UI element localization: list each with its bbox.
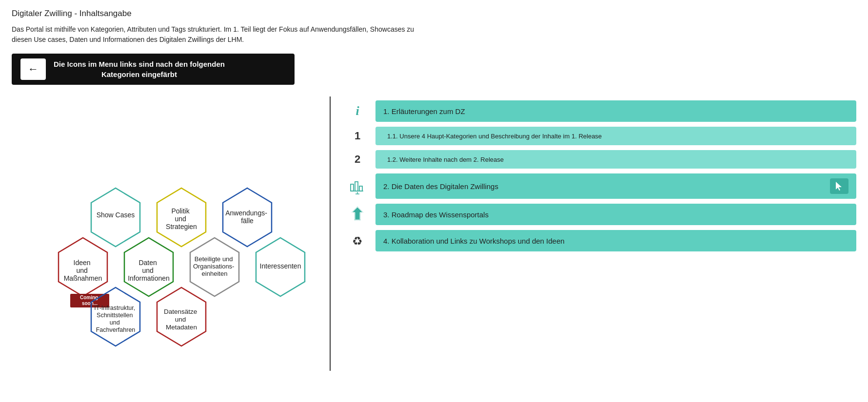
svg-rect-12: [359, 186, 362, 191]
section-divider: [330, 96, 331, 371]
svg-marker-17: [352, 207, 363, 220]
toc-label-2[interactable]: 2. Die Daten des Digitalen Zwillings: [375, 173, 856, 199]
svg-text:Beteiligte und
        Organis: Beteiligte und Organisations- einheiten: [193, 255, 236, 277]
svg-text:Anwendungs-
        fälle: Anwendungs- fälle: [225, 209, 269, 225]
back-arrow-box[interactable]: ←: [20, 58, 46, 80]
svg-text:Daten
        und
        Info: Daten und Informationen: [128, 259, 170, 282]
recycle-icon: ♻: [346, 232, 369, 249]
main-layout: Show Cases Politik und Strategien Anwend…: [12, 96, 856, 371]
toc-item-3[interactable]: 3. Roadmap des Wissensportals: [346, 204, 856, 225]
toc-label-4[interactable]: 4. Kollaboration und Links zu Workshops …: [375, 230, 856, 251]
svg-text:Show Cases: Show Cases: [97, 211, 135, 219]
toc-item-1-1[interactable]: 1 1.1. Unsere 4 Haupt-Kategorien und Bes…: [346, 127, 856, 145]
svg-text:IT-Infrastruktur,
        Schn: IT-Infrastruktur, Schnittstellen und Fac…: [94, 305, 137, 333]
hex-diagram: Show Cases Politik und Strategien Anwend…: [12, 96, 314, 369]
svg-marker-16: [836, 182, 842, 191]
road-icon: [346, 206, 369, 223]
hex-area: Show Cases Politik und Strategien Anwend…: [12, 96, 314, 371]
toc-label-1[interactable]: 1. Erläuterungen zum DZ: [375, 100, 856, 122]
toc-number-1-2: 2: [346, 153, 369, 166]
toc-number-1-1: 1: [346, 130, 369, 142]
toc-label-3[interactable]: 3. Roadmap des Wissensportals: [375, 204, 856, 225]
svg-text:♻: ♻: [352, 234, 363, 248]
page-title: Digitaler Zwilling - Inhaltsangabe: [12, 9, 856, 19]
toc-item-1-2[interactable]: 2 1.2. Weitere Inhalte nach dem 2. Relea…: [346, 150, 856, 169]
cursor-icon: [830, 178, 848, 194]
toc-item-2[interactable]: 2. Die Daten des Digitalen Zwillings: [346, 173, 856, 199]
back-arrow-icon: ←: [28, 63, 39, 76]
toc-label-1-2[interactable]: 1.2. Weitere Inhalte nach dem 2. Release: [375, 150, 856, 169]
svg-text:Datensätze
        und
       : Datensätze und Metadaten: [164, 308, 199, 331]
toc-item-4[interactable]: ♻ 4. Kollaboration und Links zu Workshop…: [346, 230, 856, 251]
toc-item-1[interactable]: i 1. Erläuterungen zum DZ: [346, 100, 856, 122]
svg-rect-11: [355, 182, 358, 191]
svg-text:Politik
        und
        St: Politik und Strategien: [166, 207, 197, 230]
svg-rect-10: [351, 184, 354, 191]
toc-label-1-1[interactable]: 1.1. Unsere 4 Haupt-Kategorien und Besch…: [375, 127, 856, 145]
svg-text:Ideen
        und
        Maßn: Ideen und Maßnahmen: [64, 259, 102, 282]
banner-text: Die Icons im Menu links sind nach den fo…: [54, 59, 225, 79]
svg-text:Interessenten: Interessenten: [260, 262, 301, 270]
info-icon: i: [346, 104, 369, 118]
info-banner: ← Die Icons im Menu links sind nach den …: [12, 54, 295, 85]
page-description: Das Portal ist mithilfe von Kategorien, …: [12, 24, 431, 45]
chart-icon: [346, 177, 369, 195]
right-panel: i 1. Erläuterungen zum DZ 1 1.1. Unsere …: [346, 96, 856, 256]
